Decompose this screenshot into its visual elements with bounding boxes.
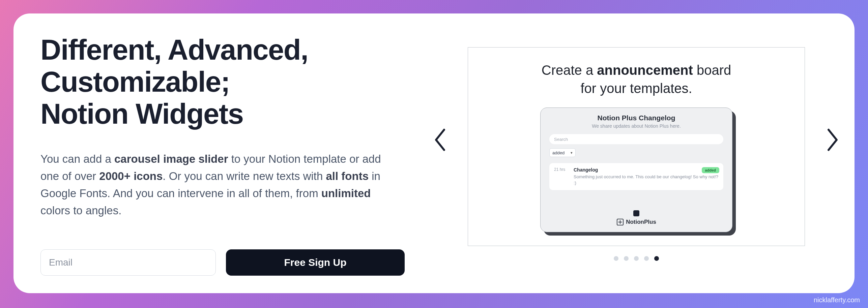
heading-line-3: Notion Widgets (40, 98, 243, 130)
brand-row: NotionPlus (616, 218, 656, 226)
changelog-entry: 21 hrs Changelog Something just occurred… (549, 163, 723, 190)
entry-body: Changelog Something just occurred to me.… (574, 167, 719, 186)
widget-filter-select[interactable]: added (549, 148, 576, 157)
changelog-widget: Notion Plus Changelog We share updates a… (540, 107, 732, 232)
carousel-dot-3[interactable] (644, 256, 649, 261)
chevron-left-icon (434, 128, 446, 151)
heading-line-2: Customizable; (40, 66, 230, 98)
entry-time: 21 hrs (554, 167, 568, 186)
brand-small-icon (633, 210, 639, 216)
widget-heading: Notion Plus Changelog (598, 114, 675, 122)
entry-text: Something just occurred to me. This coul… (574, 174, 719, 186)
notion-plus-icon (616, 218, 624, 226)
signup-form: Free Sign Up (40, 249, 418, 276)
signup-button[interactable]: Free Sign Up (226, 249, 405, 276)
hero-heading: Different, Advanced, Customizable; Notio… (40, 34, 418, 130)
carousel-dot-4[interactable] (654, 256, 659, 261)
carousel: Create a announcement board for your tem… (445, 34, 828, 246)
email-field[interactable] (40, 249, 216, 276)
carousel-prev-button[interactable] (432, 126, 449, 153)
hero-right: Create a announcement board for your tem… (445, 34, 828, 266)
chevron-right-icon (827, 128, 839, 151)
carousel-slide: Create a announcement board for your tem… (468, 47, 805, 246)
carousel-dot-2[interactable] (634, 256, 639, 261)
hero-card: Different, Advanced, Customizable; Notio… (13, 13, 855, 293)
widget-search-input[interactable]: Search (549, 134, 723, 144)
entry-title: Changelog (574, 167, 719, 173)
widget-brand: NotionPlus (616, 210, 656, 226)
carousel-dot-1[interactable] (624, 256, 629, 261)
watermark: nicklafferty.com (814, 296, 860, 304)
widget-subtitle: We share updates about Notion Plus here. (592, 123, 681, 129)
carousel-next-button[interactable] (824, 126, 841, 153)
hero-left: Different, Advanced, Customizable; Notio… (40, 34, 418, 266)
entry-badge: added (702, 167, 719, 173)
slide-title: Create a announcement board for your tem… (542, 61, 731, 97)
heading-line-1: Different, Advanced, (40, 34, 308, 66)
hero-description: You can add a carousel image slider to y… (40, 150, 395, 219)
carousel-dot-0[interactable] (614, 256, 618, 261)
carousel-dots (614, 256, 659, 261)
